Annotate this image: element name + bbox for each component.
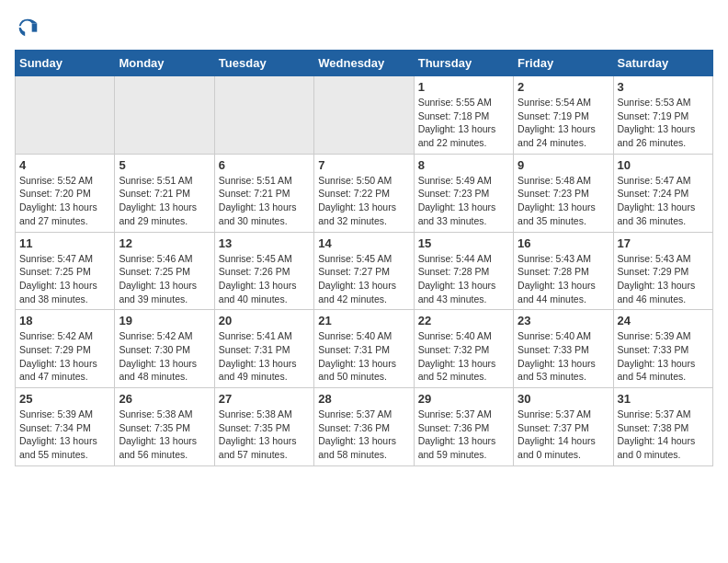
col-header-sunday: Sunday xyxy=(16,51,115,76)
day-info: Sunrise: 5:55 AMSunset: 7:18 PMDaylight:… xyxy=(418,96,509,150)
day-number: 16 xyxy=(518,236,609,250)
day-number: 13 xyxy=(219,236,310,250)
calendar-cell: 2Sunrise: 5:54 AMSunset: 7:19 PMDaylight… xyxy=(514,76,613,155)
calendar-cell: 30Sunrise: 5:37 AMSunset: 7:37 PMDayligh… xyxy=(514,388,613,466)
day-number: 19 xyxy=(119,314,210,327)
day-info: Sunrise: 5:47 AMSunset: 7:25 PMDaylight:… xyxy=(19,252,110,306)
day-info: Sunrise: 5:38 AMSunset: 7:35 PMDaylight:… xyxy=(119,408,210,462)
calendar-cell: 29Sunrise: 5:37 AMSunset: 7:36 PMDayligh… xyxy=(414,388,513,466)
day-number: 20 xyxy=(219,314,310,327)
calendar-cell: 4Sunrise: 5:52 AMSunset: 7:20 PMDaylight… xyxy=(16,154,115,232)
calendar-cell: 28Sunrise: 5:37 AMSunset: 7:36 PMDayligh… xyxy=(314,388,414,466)
col-header-tuesday: Tuesday xyxy=(214,51,313,76)
day-number: 15 xyxy=(418,236,509,250)
day-number: 2 xyxy=(518,80,609,94)
day-number: 21 xyxy=(318,314,409,327)
day-number: 22 xyxy=(418,314,509,327)
day-number: 26 xyxy=(119,392,210,406)
day-info: Sunrise: 5:51 AMSunset: 7:21 PMDaylight:… xyxy=(119,174,210,228)
day-number: 7 xyxy=(318,158,409,172)
day-number: 14 xyxy=(318,236,409,250)
day-info: Sunrise: 5:40 AMSunset: 7:32 PMDaylight:… xyxy=(418,329,509,384)
day-number: 28 xyxy=(318,392,409,406)
calendar-cell: 22Sunrise: 5:40 AMSunset: 7:32 PMDayligh… xyxy=(414,310,513,388)
col-header-monday: Monday xyxy=(115,51,214,76)
calendar-cell: 18Sunrise: 5:42 AMSunset: 7:29 PMDayligh… xyxy=(16,310,115,388)
calendar-cell xyxy=(115,76,214,155)
calendar-cell: 6Sunrise: 5:51 AMSunset: 7:21 PMDaylight… xyxy=(214,154,313,232)
day-number: 27 xyxy=(219,392,310,406)
day-number: 18 xyxy=(19,314,110,327)
day-info: Sunrise: 5:48 AMSunset: 7:23 PMDaylight:… xyxy=(518,174,609,228)
day-number: 6 xyxy=(219,158,310,172)
calendar-cell: 10Sunrise: 5:47 AMSunset: 7:24 PMDayligh… xyxy=(613,154,712,232)
day-info: Sunrise: 5:39 AMSunset: 7:33 PMDaylight:… xyxy=(618,329,709,384)
day-info: Sunrise: 5:53 AMSunset: 7:19 PMDaylight:… xyxy=(618,96,709,150)
calendar-cell: 7Sunrise: 5:50 AMSunset: 7:22 PMDaylight… xyxy=(314,154,414,232)
logo-icon xyxy=(15,15,40,40)
day-info: Sunrise: 5:38 AMSunset: 7:35 PMDaylight:… xyxy=(219,408,310,462)
day-info: Sunrise: 5:51 AMSunset: 7:21 PMDaylight:… xyxy=(219,174,310,228)
calendar-cell: 13Sunrise: 5:45 AMSunset: 7:26 PMDayligh… xyxy=(214,232,313,310)
col-header-friday: Friday xyxy=(514,51,613,76)
day-number: 5 xyxy=(119,158,210,172)
day-info: Sunrise: 5:50 AMSunset: 7:22 PMDaylight:… xyxy=(318,174,409,228)
day-info: Sunrise: 5:41 AMSunset: 7:31 PMDaylight:… xyxy=(219,329,310,384)
calendar-table: SundayMondayTuesdayWednesdayThursdayFrid… xyxy=(15,50,713,466)
day-info: Sunrise: 5:43 AMSunset: 7:29 PMDaylight:… xyxy=(618,252,709,306)
calendar-cell: 21Sunrise: 5:40 AMSunset: 7:31 PMDayligh… xyxy=(314,310,414,388)
day-number: 17 xyxy=(618,236,709,250)
day-info: Sunrise: 5:47 AMSunset: 7:24 PMDaylight:… xyxy=(618,174,709,228)
calendar-cell: 1Sunrise: 5:55 AMSunset: 7:18 PMDaylight… xyxy=(414,76,513,155)
day-number: 12 xyxy=(119,236,210,250)
day-number: 3 xyxy=(618,80,709,94)
day-number: 23 xyxy=(518,314,609,327)
day-info: Sunrise: 5:39 AMSunset: 7:34 PMDaylight:… xyxy=(19,408,110,462)
day-info: Sunrise: 5:40 AMSunset: 7:31 PMDaylight:… xyxy=(318,329,409,384)
day-info: Sunrise: 5:49 AMSunset: 7:23 PMDaylight:… xyxy=(418,174,509,228)
day-info: Sunrise: 5:44 AMSunset: 7:28 PMDaylight:… xyxy=(418,252,509,306)
calendar-cell: 27Sunrise: 5:38 AMSunset: 7:35 PMDayligh… xyxy=(214,388,313,466)
day-info: Sunrise: 5:43 AMSunset: 7:28 PMDaylight:… xyxy=(518,252,609,306)
day-info: Sunrise: 5:52 AMSunset: 7:20 PMDaylight:… xyxy=(19,174,110,228)
day-number: 4 xyxy=(19,158,110,172)
calendar-cell: 23Sunrise: 5:40 AMSunset: 7:33 PMDayligh… xyxy=(514,310,613,388)
day-number: 24 xyxy=(618,314,709,327)
calendar-cell: 3Sunrise: 5:53 AMSunset: 7:19 PMDaylight… xyxy=(613,76,712,155)
day-info: Sunrise: 5:45 AMSunset: 7:27 PMDaylight:… xyxy=(318,252,409,306)
calendar-cell xyxy=(214,76,313,155)
logo xyxy=(15,15,44,40)
calendar-cell: 24Sunrise: 5:39 AMSunset: 7:33 PMDayligh… xyxy=(613,310,712,388)
calendar-cell: 12Sunrise: 5:46 AMSunset: 7:25 PMDayligh… xyxy=(115,232,214,310)
calendar-cell xyxy=(314,76,414,155)
day-info: Sunrise: 5:37 AMSunset: 7:36 PMDaylight:… xyxy=(418,408,509,462)
day-number: 30 xyxy=(518,392,609,406)
col-header-thursday: Thursday xyxy=(414,51,513,76)
day-number: 9 xyxy=(518,158,609,172)
day-info: Sunrise: 5:37 AMSunset: 7:37 PMDaylight:… xyxy=(518,408,609,462)
day-info: Sunrise: 5:40 AMSunset: 7:33 PMDaylight:… xyxy=(518,329,609,384)
calendar-cell xyxy=(16,76,115,155)
day-info: Sunrise: 5:45 AMSunset: 7:26 PMDaylight:… xyxy=(219,252,310,306)
day-number: 29 xyxy=(418,392,509,406)
day-info: Sunrise: 5:37 AMSunset: 7:38 PMDaylight:… xyxy=(618,408,709,462)
day-number: 8 xyxy=(418,158,509,172)
day-number: 25 xyxy=(19,392,110,406)
day-info: Sunrise: 5:54 AMSunset: 7:19 PMDaylight:… xyxy=(518,96,609,150)
calendar-cell: 11Sunrise: 5:47 AMSunset: 7:25 PMDayligh… xyxy=(16,232,115,310)
calendar-cell: 5Sunrise: 5:51 AMSunset: 7:21 PMDaylight… xyxy=(115,154,214,232)
calendar-cell: 19Sunrise: 5:42 AMSunset: 7:30 PMDayligh… xyxy=(115,310,214,388)
day-info: Sunrise: 5:37 AMSunset: 7:36 PMDaylight:… xyxy=(318,408,409,462)
calendar-cell: 14Sunrise: 5:45 AMSunset: 7:27 PMDayligh… xyxy=(314,232,414,310)
calendar-cell: 8Sunrise: 5:49 AMSunset: 7:23 PMDaylight… xyxy=(414,154,513,232)
page-header xyxy=(15,15,713,40)
calendar-cell: 31Sunrise: 5:37 AMSunset: 7:38 PMDayligh… xyxy=(613,388,712,466)
day-number: 10 xyxy=(618,158,709,172)
col-header-saturday: Saturday xyxy=(613,51,712,76)
calendar-cell: 20Sunrise: 5:41 AMSunset: 7:31 PMDayligh… xyxy=(214,310,313,388)
calendar-cell: 15Sunrise: 5:44 AMSunset: 7:28 PMDayligh… xyxy=(414,232,513,310)
day-info: Sunrise: 5:46 AMSunset: 7:25 PMDaylight:… xyxy=(119,252,210,306)
calendar-cell: 9Sunrise: 5:48 AMSunset: 7:23 PMDaylight… xyxy=(514,154,613,232)
calendar-cell: 25Sunrise: 5:39 AMSunset: 7:34 PMDayligh… xyxy=(16,388,115,466)
day-number: 11 xyxy=(19,236,110,250)
